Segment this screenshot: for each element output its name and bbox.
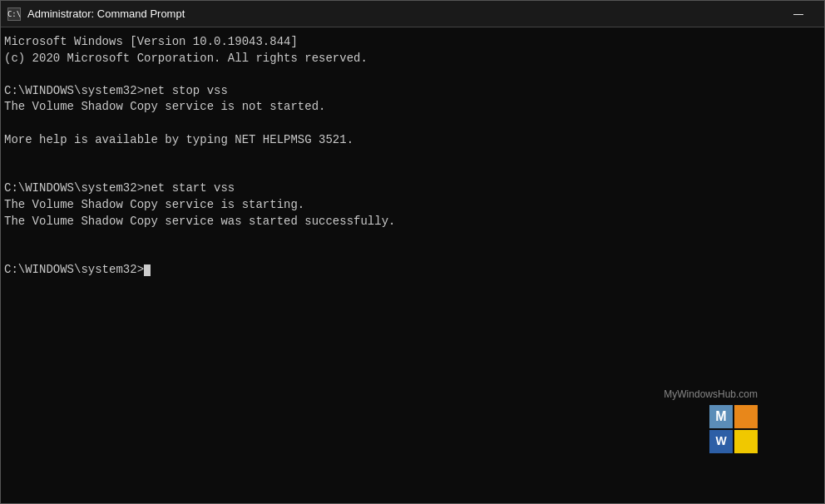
terminal-line [4,148,821,165]
terminal-line [4,116,821,132]
terminal-line: Microsoft Windows [Version 10.0.19043.84… [4,34,821,51]
window-controls: — [779,1,818,27]
command-prompt-window: C:\ Administrator: Command Prompt — Micr… [0,0,825,504]
terminal-line [4,246,821,263]
logo-tile-orange [734,405,758,428]
terminal-output: Microsoft Windows [Version 10.0.19043.84… [4,34,821,279]
terminal-line: The Volume Shadow Copy service was start… [4,214,821,230]
logo-tile-w: W [709,430,733,453]
terminal-line [4,67,821,83]
logo-tile-m: M [709,405,733,428]
minimize-button[interactable]: — [779,1,818,27]
logo-bottom-row: W [709,430,758,453]
terminal-line: The Volume Shadow Copy service is starti… [4,197,821,214]
title-bar: C:\ Administrator: Command Prompt — [1,1,824,27]
cursor [144,264,151,276]
terminal-line: C:\WINDOWS\system32>net stop vss [4,83,821,100]
terminal-line: More help is available by typing NET HEL… [4,132,821,149]
watermark: MyWindowsHub.com M W [664,388,758,453]
terminal-line [4,230,821,246]
watermark-text: MyWindowsHub.com [664,388,758,402]
terminal-body[interactable]: Microsoft Windows [Version 10.0.19043.84… [1,27,824,503]
terminal-line [4,165,821,181]
logo-tile-yellow [734,430,758,453]
window-title: Administrator: Command Prompt [27,7,779,20]
logo-top-row: M [709,405,758,428]
terminal-line: C:\WINDOWS\system32>net start vss [4,180,821,197]
terminal-line: (c) 2020 Microsoft Corporation. All righ… [4,51,821,67]
watermark-logo: M W [709,405,758,453]
terminal-line: The Volume Shadow Copy service is not st… [4,99,821,116]
terminal-line: C:\WINDOWS\system32> [4,262,821,279]
window-icon: C:\ [7,7,21,21]
